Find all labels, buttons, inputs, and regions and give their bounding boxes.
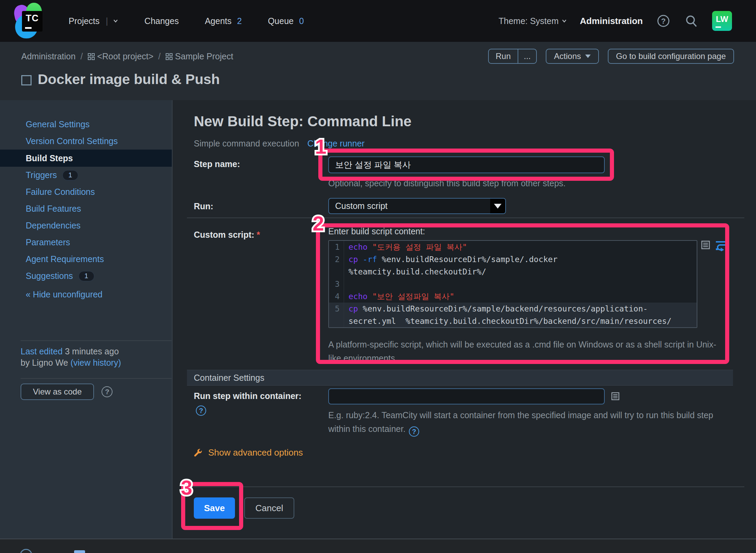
project-grid-icon: [87, 53, 95, 60]
code-line[interactable]: 3: [329, 278, 697, 290]
code-text: cp %env.buildResourceDir%/sample/backend…: [344, 303, 648, 315]
top-nav-links: Projects | Changes Agents 2 Queue 0: [69, 0, 304, 42]
nav-separator: |: [106, 16, 108, 26]
sidebar-item-label: Version Control Settings: [26, 136, 118, 146]
last-edited-time: 3 minutes ago: [62, 346, 119, 356]
svg-text:?: ?: [661, 17, 665, 25]
breadcrumb-sample-project[interactable]: Sample Project: [165, 51, 233, 61]
breadcrumb-administration[interactable]: Administration: [21, 51, 75, 61]
sidebar-item-build-steps[interactable]: Build Steps: [0, 150, 172, 167]
page-header: Administration / <Root project> / Sample…: [0, 42, 756, 100]
breadcrumb-separator: /: [80, 51, 83, 61]
top-bar-right: Theme: System Administration ? LW: [498, 0, 732, 42]
code-text: echo "보안 설정파일 복사": [344, 290, 454, 303]
run-split-button: Run ...: [488, 49, 537, 64]
sidebar-item-parameters[interactable]: Parameters: [0, 234, 172, 251]
sidebar-item-failure-conditions[interactable]: Failure Conditions: [0, 184, 172, 200]
nav-projects[interactable]: Projects: [69, 16, 99, 26]
container-hint-help-icon[interactable]: ?: [409, 426, 419, 437]
sidebar-item-label: Triggers: [26, 170, 57, 180]
sidebar-item-agent-requirements[interactable]: Agent Requirements: [0, 251, 172, 268]
step-name-hint: Optional, specify to distinguish this bu…: [328, 178, 566, 188]
select-dropdown-arrow[interactable]: [490, 199, 505, 213]
sidebar-item-triggers[interactable]: Triggers1: [0, 167, 172, 184]
goto-build-config-label: Go to build configuration page: [616, 51, 726, 61]
queue-count[interactable]: 0: [299, 16, 304, 26]
hide-unconfigured-link[interactable]: « Hide unconfigured: [26, 290, 103, 299]
sidebar-item-label: Build Steps: [26, 153, 73, 163]
view-history-link[interactable]: (view history): [70, 358, 121, 367]
teamcity-logo[interactable]: TC: [14, 3, 47, 39]
theme-selector[interactable]: Theme: System: [498, 16, 567, 26]
build-step-form: New Build Step: Command Line Simple comm…: [173, 100, 756, 539]
settings-sidebar: General Settings Version Control Setting…: [0, 100, 173, 539]
change-runner-link[interactable]: Change runner: [307, 139, 365, 148]
editor-caption: Enter build script content:: [328, 226, 425, 236]
nav-queue[interactable]: Queue: [268, 16, 294, 26]
code-line[interactable]: 1echo "도커용 설정 파일 복사": [329, 241, 697, 253]
show-advanced-options-link[interactable]: Show advanced options: [193, 447, 303, 458]
line-number: [329, 315, 344, 327]
search-icon[interactable]: [684, 13, 699, 28]
sidebar-divider: [21, 340, 172, 341]
nav-administration[interactable]: Administration: [580, 16, 643, 26]
breadcrumb-separator: /: [158, 51, 161, 61]
last-edited-link[interactable]: Last edited: [21, 346, 62, 356]
script-code-editor[interactable]: 1echo "도커용 설정 파일 복사"2cp -rf %env.buildRe…: [328, 240, 697, 328]
runner-select[interactable]: Custom script: [328, 198, 506, 214]
nav-agents[interactable]: Agents: [205, 16, 232, 26]
code-line[interactable]: 4echo "보안 설정파일 복사": [329, 290, 697, 303]
triggers-count-badge: 1: [62, 170, 78, 180]
run-options-button[interactable]: ...: [518, 49, 536, 63]
container-settings-header[interactable]: Container Settings: [187, 370, 733, 386]
help-icon[interactable]: ?: [656, 13, 671, 28]
container-help-icon[interactable]: ?: [196, 405, 206, 416]
sidebar-item-dependencies[interactable]: Dependencies: [0, 217, 172, 234]
sidebar-item-label: Build Features: [26, 204, 81, 214]
container-image-input[interactable]: [328, 388, 605, 404]
teamcity-build-step-page: TC Projects | Changes Agents 2 Queue 0 T…: [0, 0, 756, 553]
editor-tool-icons: [701, 240, 727, 251]
sidebar-item-suggestions[interactable]: Suggestions1: [0, 268, 172, 284]
sidebar-item-label: Parameters: [26, 237, 70, 247]
sidebar-item-build-features[interactable]: Build Features: [0, 200, 172, 217]
footer-help-icon[interactable]: [20, 549, 32, 553]
code-text: echo "도커용 설정 파일 복사": [344, 241, 467, 253]
editor-lines-icon[interactable]: [701, 240, 710, 250]
code-line[interactable]: secret.yml %teamcity.build.checkoutDir%/…: [329, 315, 697, 327]
chevron-down-icon[interactable]: [113, 18, 118, 24]
user-avatar[interactable]: LW: [712, 11, 732, 31]
line-number: 2: [329, 253, 344, 266]
section-divider: [187, 217, 744, 218]
line-number: 1: [329, 241, 344, 253]
code-line[interactable]: 2cp -rf %env.buildResourceDir%/sample/.d…: [329, 253, 697, 266]
run-button[interactable]: Run: [489, 49, 518, 63]
build-config-icon: [21, 75, 32, 85]
sidebar-item-general-settings[interactable]: General Settings: [0, 116, 172, 133]
code-line[interactable]: %teamcity.build.checkoutDir%/: [329, 266, 697, 278]
cancel-button[interactable]: Cancel: [244, 497, 294, 519]
runner-description: Simple command execution: [194, 139, 299, 148]
help-icon[interactable]: ?: [102, 386, 113, 397]
runner-description-row: Simple command executionChange runner: [194, 139, 365, 149]
breadcrumb-root-project[interactable]: <Root project>: [87, 51, 153, 61]
code-line[interactable]: 5cp %env.buildResourceDir%/sample/backen…: [329, 303, 697, 315]
code-text: secret.yml %teamcity.build.checkoutDir%/…: [344, 315, 672, 327]
step-name-input[interactable]: 보안 설정 파일 복사: [328, 156, 605, 173]
footer-icon[interactable]: [74, 550, 85, 553]
step-name-value: 보안 설정 파일 복사: [335, 159, 411, 170]
goto-build-config-button[interactable]: Go to build configuration page: [608, 49, 734, 64]
required-asterisk: *: [257, 230, 260, 239]
agents-count[interactable]: 2: [237, 16, 242, 26]
sidebar-item-label: Failure Conditions: [26, 187, 95, 197]
input-lines-icon[interactable]: [611, 392, 620, 401]
actions-button[interactable]: Actions: [546, 49, 599, 64]
sidebar-item-version-control[interactable]: Version Control Settings: [0, 133, 172, 150]
nav-changes[interactable]: Changes: [144, 16, 179, 26]
save-button[interactable]: Save: [194, 497, 235, 519]
theme-label: Theme: System: [498, 16, 558, 26]
view-as-code-button[interactable]: View as code: [21, 384, 94, 400]
soft-wrap-icon[interactable]: [715, 240, 727, 251]
breadcrumb-project-label: Sample Project: [175, 51, 233, 61]
top-navigation-bar: TC Projects | Changes Agents 2 Queue 0 T…: [0, 0, 756, 42]
